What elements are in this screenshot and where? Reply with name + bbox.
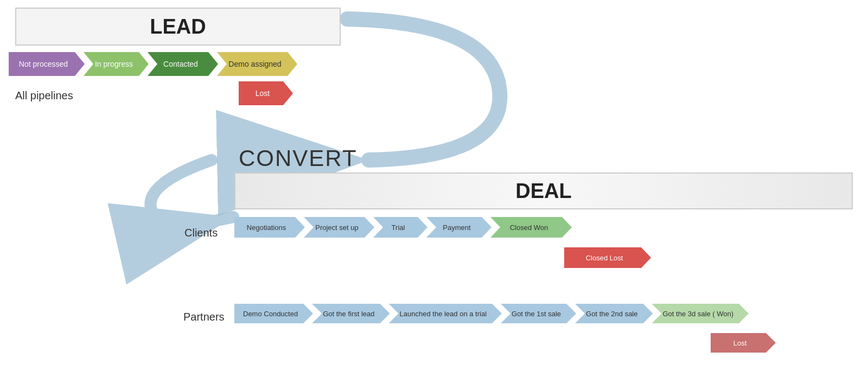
lead-lost-row: Lost	[239, 81, 292, 105]
stage-demo-assigned: Demo assigned	[217, 52, 297, 76]
partners-label: Partners	[183, 311, 225, 323]
stage-lost: Lost	[239, 81, 293, 105]
stage-in-progress: In progress	[84, 52, 149, 76]
stage-payment: Payment	[426, 217, 492, 238]
stage-demo-conducted: Demo Conducted	[234, 304, 313, 323]
all-pipelines-label: All pipelines	[15, 90, 73, 102]
partner-stages-row: Demo Conducted Got the first lead Launch…	[234, 304, 748, 323]
lead-stages-row: Not processed In progress Contacted Demo…	[9, 52, 296, 76]
stage-project-set-up: Project set up	[304, 217, 374, 238]
stage-not-processed: Not processed	[9, 52, 85, 76]
stage-got-1st-sale: Got the 1st sale	[501, 304, 576, 323]
diagram: LEAD Not processed In progress Contacted…	[0, 0, 868, 377]
convert-text: CONVERT	[239, 145, 358, 171]
stage-closed-lost: Closed Lost	[564, 247, 651, 268]
stage-closed-won: Closed Won	[490, 217, 572, 238]
stage-negotiations: Negotiations	[234, 217, 305, 238]
clients-label: Clients	[184, 227, 218, 239]
stage-partner-lost: Lost	[711, 333, 776, 353]
partner-lost-row: Lost	[711, 333, 775, 353]
stage-trial: Trial	[373, 217, 427, 238]
deal-box: DEAL	[234, 172, 853, 209]
stage-got-2nd-sale: Got the 2nd sale	[575, 304, 653, 323]
stage-launched-trial: Launched the lead on a trial	[389, 304, 502, 323]
lead-title: LEAD	[150, 15, 206, 39]
client-lost-row: Closed Lost	[564, 247, 650, 268]
lead-box: LEAD	[15, 8, 341, 46]
stage-got-3rd-sale: Got the 3d sale ( Won)	[652, 304, 749, 323]
client-stages-row: Negotiations Project set up Trial Paymen…	[234, 217, 571, 238]
stage-contacted: Contacted	[148, 52, 218, 76]
deal-title: DEAL	[515, 180, 571, 203]
stage-got-first-lead: Got the first lead	[312, 304, 390, 323]
